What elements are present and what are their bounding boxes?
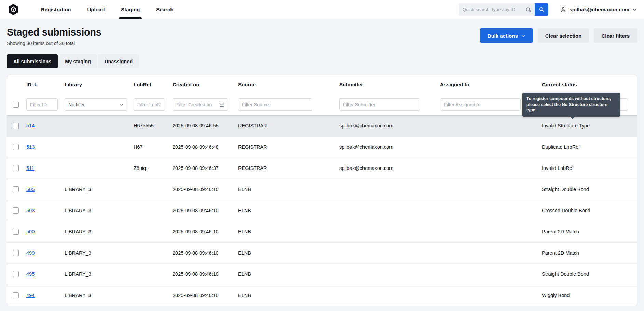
row-checkbox[interactable] [13, 229, 19, 235]
column-label-id: ID [26, 82, 31, 87]
submission-id-link[interactable]: 505 [26, 187, 35, 192]
column-header-id[interactable]: ID [24, 75, 62, 94]
quick-search-group [459, 3, 548, 16]
bulk-actions-label: Bulk actions [488, 33, 518, 39]
filter-library-select[interactable]: No filter [65, 98, 127, 111]
column-header-created-on[interactable]: Created on [170, 75, 235, 94]
table-row[interactable]: 503 LIBRARY_3 2025-09-08 09:46:10 ELNB C… [7, 200, 637, 221]
filter-submitter-input[interactable] [339, 98, 420, 111]
submitter-cell: spilbak@chemaxon.com [337, 115, 437, 136]
submissions-table-card: To register compounds without structure,… [7, 75, 637, 306]
user-menu[interactable]: spilbak@chemaxon.com [560, 6, 637, 13]
table-row[interactable]: 505 LIBRARY_3 2025-09-08 09:46:10 ELNB S… [7, 179, 637, 200]
row-checkbox[interactable] [13, 123, 19, 129]
submission-id-link[interactable]: 495 [26, 271, 35, 277]
table-row[interactable]: 511 Z8uiq:- 2025-09-08 09:46:37 REGISTRA… [7, 158, 637, 179]
lnbref-cell [131, 221, 170, 242]
source-cell: ELNB [235, 242, 337, 263]
search-button[interactable] [535, 3, 548, 16]
nav-item-upload[interactable]: Upload [79, 0, 113, 19]
table-row[interactable]: 500 LIBRARY_3 2025-09-08 09:46:10 ELNB P… [7, 221, 637, 242]
row-checkbox[interactable] [13, 165, 19, 171]
submission-id-link[interactable]: 513 [26, 144, 35, 150]
column-header-library[interactable]: Library [62, 75, 131, 94]
row-checkbox[interactable] [13, 144, 19, 150]
table-header-row: ID Library LnbRef Created on Source Subm… [7, 75, 637, 94]
lnbref-cell: H675555 [131, 115, 170, 136]
quick-search-input[interactable] [462, 7, 525, 12]
submission-id-link[interactable]: 494 [26, 293, 35, 298]
library-cell: LIBRARY_3 [62, 200, 131, 221]
user-email: spilbak@chemaxon.com [569, 6, 629, 12]
library-cell [62, 136, 131, 158]
header-checkbox-cell [7, 75, 24, 94]
nav-item-registration[interactable]: Registration [33, 0, 79, 19]
submitter-cell [337, 179, 437, 200]
assigned-to-cell [437, 221, 539, 242]
row-checkbox[interactable] [13, 250, 19, 256]
tab-unassigned[interactable]: Unassigned [98, 54, 139, 68]
assigned-to-cell [437, 263, 539, 285]
assigned-to-cell [437, 242, 539, 263]
assigned-to-cell [437, 200, 539, 221]
submitter-cell: spilbak@chemaxon.com [337, 136, 437, 158]
nav-item-staging[interactable]: Staging [113, 0, 148, 19]
lnbref-cell: H67 [131, 136, 170, 158]
column-header-assigned-to[interactable]: Assigned to [437, 75, 539, 94]
select-all-checkbox[interactable] [13, 102, 19, 108]
row-checkbox[interactable] [13, 271, 19, 277]
clear-selection-button[interactable]: Clear selection [538, 28, 589, 43]
submission-id-link[interactable]: 514 [26, 123, 35, 129]
sort-desc-icon [33, 82, 38, 87]
source-cell: ELNB [235, 221, 337, 242]
structure-search-icon[interactable] [525, 6, 531, 13]
lnbref-cell [131, 285, 170, 306]
table-row[interactable]: 494 LIBRARY_3 2025-09-08 09:46:10 ELNB W… [7, 285, 637, 306]
column-header-submitter[interactable]: Submitter [337, 75, 437, 94]
assigned-to-cell [437, 285, 539, 306]
quick-search-box [459, 3, 535, 16]
column-header-source[interactable]: Source [235, 75, 337, 94]
filter-assigned-to-input[interactable] [440, 98, 521, 111]
row-checkbox[interactable] [13, 292, 19, 298]
table-row[interactable]: 495 LIBRARY_3 2025-09-08 09:46:10 ELNB S… [7, 263, 637, 285]
filter-source-input[interactable] [238, 98, 312, 111]
submission-id-link[interactable]: 499 [26, 250, 35, 256]
column-header-lnbref[interactable]: LnbRef [131, 75, 170, 94]
nav-item-search[interactable]: Search [148, 0, 181, 19]
created-on-cell: 2025-09-08 09:46:10 [170, 200, 235, 221]
table-row[interactable]: 514 H675555 2025-09-08 09:46:55 REGISTRA… [7, 115, 637, 136]
column-header-current-status[interactable]: Current status [539, 75, 637, 94]
no-structure-tooltip: To register compounds without structure,… [522, 93, 620, 117]
table-row[interactable]: 513 H67 2025-09-08 09:46:48 REGISTRAR sp… [7, 136, 637, 158]
assigned-to-cell [437, 136, 539, 158]
calendar-icon[interactable] [219, 102, 225, 107]
bulk-actions-button[interactable]: Bulk actions [480, 28, 533, 43]
submitter-cell [337, 285, 437, 306]
lnbref-cell: Z8uiq:- [131, 158, 170, 179]
row-checkbox[interactable] [13, 207, 19, 214]
main-nav: Registration Upload Staging Search [33, 0, 181, 19]
current-status-cell: Wiggly Bond [539, 285, 637, 306]
created-on-cell: 2025-09-08 09:46:10 [170, 221, 235, 242]
assigned-to-cell [437, 115, 539, 136]
tab-my-staging[interactable]: My staging [58, 54, 97, 68]
current-status-cell: Invalid LnbRef [539, 158, 637, 179]
current-status-cell: Straight Double Bond [539, 179, 637, 200]
submitter-cell [337, 200, 437, 221]
clear-filters-button[interactable]: Clear filters [594, 28, 637, 43]
submission-id-link[interactable]: 511 [26, 165, 34, 171]
table-row[interactable]: 499 LIBRARY_3 2025-09-08 09:46:10 ELNB P… [7, 242, 637, 263]
source-cell: REGISTRAR [235, 136, 337, 158]
assigned-to-cell [437, 179, 539, 200]
chemaxon-logo[interactable] [7, 3, 20, 16]
tab-all-submissions[interactable]: All submissions [7, 54, 58, 68]
library-cell [62, 115, 131, 136]
row-checkbox[interactable] [13, 186, 19, 192]
submission-id-link[interactable]: 503 [26, 208, 35, 213]
header-actions: Bulk actions Clear selection Clear filte… [480, 28, 637, 43]
current-status-cell: Parent 2D Match [539, 221, 637, 242]
filter-id-input[interactable] [26, 98, 58, 111]
filter-lnbref-input[interactable] [134, 98, 165, 111]
submission-id-link[interactable]: 500 [26, 229, 35, 234]
